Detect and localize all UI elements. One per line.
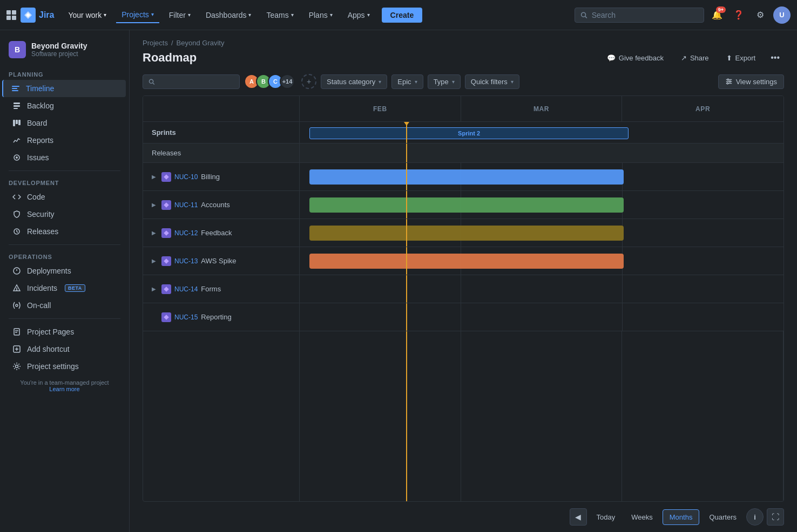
epic-bar-nuc10[interactable] — [309, 169, 624, 185]
board-icon — [12, 118, 22, 128]
epic-bar-nuc13[interactable] — [309, 254, 624, 269]
give-feedback-button[interactable]: 💬 Give feedback — [600, 51, 670, 65]
today-triangle — [404, 122, 409, 126]
epic-id-nuc10[interactable]: NUC-10 — [174, 173, 198, 181]
epic-type-icon — [161, 200, 171, 210]
quarters-button[interactable]: Quarters — [703, 510, 743, 524]
sidebar-item-oncall[interactable]: On-call — [3, 297, 126, 314]
nav-apps[interactable]: Apps ▾ — [342, 8, 375, 23]
export-button[interactable]: ⬆ Export — [720, 51, 762, 65]
breadcrumb-projects[interactable]: Projects — [143, 39, 168, 47]
sidebar-item-issues[interactable]: Issues — [3, 149, 126, 166]
type-filter[interactable]: Type ▾ — [428, 74, 461, 89]
expand-icon[interactable]: ▶ — [150, 229, 158, 237]
settings-button[interactable]: ⚙ — [752, 6, 769, 24]
avatar-count[interactable]: +14 — [280, 74, 295, 89]
sprint-bar: Sprint 2 — [309, 127, 629, 139]
add-person-button[interactable]: + — [301, 74, 316, 89]
jira-logo[interactable]: Jira — [21, 8, 54, 23]
epic-id-nuc11[interactable]: NUC-11 — [174, 201, 198, 209]
gear-icon: ⚙ — [757, 10, 764, 20]
epic-id-nuc15[interactable]: NUC-15 — [174, 313, 198, 321]
epic-left-nuc14[interactable]: ▶ NUC-14 Forms — [143, 275, 300, 303]
months-button[interactable]: Months — [663, 509, 700, 525]
nav-teams[interactable]: Teams ▾ — [261, 8, 299, 23]
svg-point-31 — [727, 79, 729, 80]
help-button[interactable]: ❓ — [730, 6, 747, 24]
epic-left-nuc15[interactable]: NUC-15 Reporting — [143, 303, 300, 331]
search-input[interactable] — [592, 11, 698, 19]
epic-id-nuc14[interactable]: NUC-14 — [174, 285, 198, 293]
toolbar-search[interactable] — [143, 74, 240, 89]
nav-dashboards[interactable]: Dashboards ▾ — [200, 8, 257, 23]
page-title: Roadmap — [143, 51, 197, 65]
sidebar-item-project-settings[interactable]: Project settings — [3, 358, 126, 375]
nav-projects[interactable]: Projects ▾ — [116, 7, 159, 23]
svg-point-33 — [727, 83, 728, 84]
svg-line-27 — [153, 83, 154, 84]
svg-point-26 — [149, 79, 153, 83]
sidebar-item-security[interactable]: Security — [3, 206, 126, 223]
more-options-button[interactable]: ••• — [766, 50, 784, 65]
sidebar-item-project-pages[interactable]: Project Pages — [3, 323, 126, 340]
scroll-left-button[interactable]: ◀ — [570, 508, 587, 526]
sidebar-item-board[interactable]: Board — [3, 114, 126, 132]
sidebar-item-code[interactable]: Code — [3, 188, 126, 206]
today-line — [406, 191, 407, 219]
svg-rect-8 — [13, 120, 15, 126]
footer-text: You're in a team-managed project — [9, 379, 120, 386]
epic-left-nuc13[interactable]: ▶ NUC-13 AWS Spike — [143, 247, 300, 275]
sidebar-item-timeline[interactable]: Timeline — [2, 80, 126, 97]
sidebar-item-deployments[interactable]: Deployments — [3, 262, 126, 279]
chevron-down-icon: ▾ — [151, 11, 154, 17]
expand-icon[interactable]: ▶ — [150, 201, 158, 209]
epic-id-nuc12[interactable]: NUC-12 — [174, 229, 198, 237]
sidebar-item-reports[interactable]: Reports — [3, 132, 126, 149]
operations-section-label: OPERATIONS — [0, 249, 129, 262]
epic-bar-nuc12[interactable] — [309, 226, 624, 241]
status-category-filter[interactable]: Status category ▾ — [321, 74, 387, 89]
quick-filters[interactable]: Quick filters ▾ — [465, 74, 519, 89]
app-switcher-icon[interactable] — [6, 10, 16, 20]
epic-filter[interactable]: Epic ▾ — [391, 74, 423, 89]
weeks-button[interactable]: Weeks — [625, 510, 659, 524]
breadcrumb-project-name[interactable]: Beyond Gravity — [177, 39, 225, 47]
deployments-icon — [12, 266, 22, 276]
nav-plans[interactable]: Plans ▾ — [303, 8, 338, 23]
svg-point-17 — [17, 290, 17, 290]
breadcrumb-separator: / — [171, 39, 173, 47]
expand-icon[interactable]: ▶ — [150, 257, 158, 265]
roadmap-search-input[interactable] — [158, 78, 234, 86]
epic-timeline-nuc15 — [300, 303, 784, 331]
sidebar-item-releases[interactable]: Releases — [3, 223, 126, 240]
nav-your-work[interactable]: Your work ▾ — [63, 8, 112, 23]
expand-icon[interactable]: ▶ — [150, 173, 158, 181]
user-avatar[interactable]: U — [773, 6, 791, 24]
sidebar-item-backlog[interactable]: Backlog — [3, 97, 126, 114]
epic-left-nuc12[interactable]: ▶ NUC-12 Feedback — [143, 219, 300, 247]
sidebar-item-incidents[interactable]: Incidents BETA — [3, 279, 126, 297]
today-line-empty — [406, 331, 407, 501]
create-button[interactable]: Create — [382, 8, 423, 23]
sidebar-item-add-shortcut[interactable]: Add shortcut — [3, 340, 126, 358]
sidebar-divider — [9, 318, 120, 319]
export-icon: ⬆ — [726, 54, 732, 62]
notifications-button[interactable]: 🔔 9+ — [708, 6, 726, 24]
sidebar-item-label: Issues — [27, 153, 49, 162]
search-box[interactable] — [575, 8, 704, 23]
info-button[interactable]: i — [746, 508, 764, 526]
sprints-label: Sprints — [143, 122, 300, 143]
epic-bar-nuc11[interactable] — [309, 197, 624, 213]
roadmap-container: FEB MAR APR Sprints Sprint 2 — [130, 96, 797, 532]
share-button[interactable]: ↗ Share — [674, 51, 715, 65]
expand-icon[interactable]: ▶ — [150, 285, 158, 294]
epic-left-nuc10[interactable]: ▶ NUC-10 Billing — [143, 163, 300, 190]
learn-more-link[interactable]: Learn more — [49, 386, 79, 392]
view-settings-button[interactable]: View settings — [718, 74, 784, 89]
epic-left-nuc11[interactable]: ▶ NUC-11 Accounts — [143, 191, 300, 219]
svg-point-0 — [582, 12, 586, 17]
nav-filter[interactable]: Filter ▾ — [164, 8, 196, 23]
expand-fullscreen-button[interactable]: ⛶ — [767, 508, 784, 526]
epic-id-nuc13[interactable]: NUC-13 — [174, 257, 198, 265]
today-button[interactable]: Today — [590, 510, 622, 524]
